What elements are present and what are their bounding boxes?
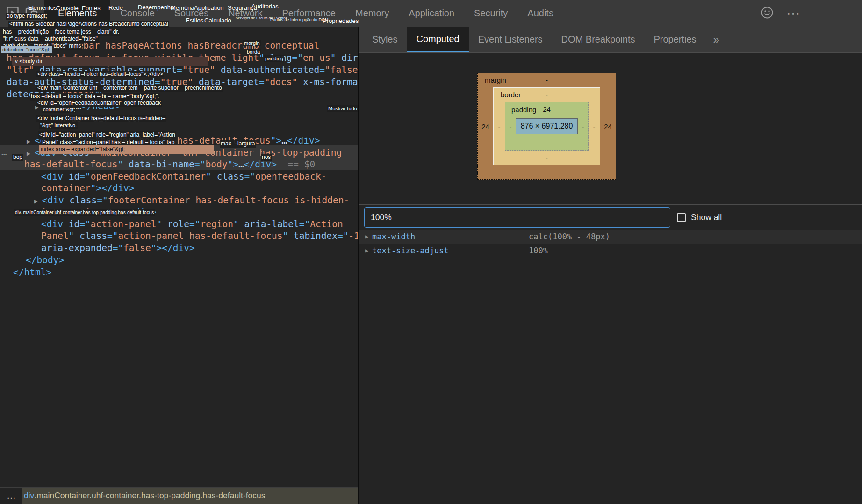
code-token-val: en-us (303, 52, 330, 63)
expand-arrow-icon[interactable]: ▶ (35, 103, 43, 111)
code-token-val: action-panel (91, 219, 157, 230)
code-token-tag: <div (42, 195, 70, 206)
inspect-element-icon[interactable] (6, 6, 19, 21)
code-token-punc: " (283, 230, 294, 241)
code-token-ell: … (281, 135, 287, 146)
code-token-tag: "> (227, 159, 238, 170)
sidebar-tab-properties[interactable]: Properties (644, 27, 705, 52)
dom-node[interactable]: <div id="action-panel" role="region" ari… (41, 218, 343, 230)
margin-right-value[interactable]: 24 (600, 122, 616, 130)
code-token-tag: <head> (43, 101, 76, 112)
box-model-padding[interactable]: padding 24 - - - 876 × 6971.280 (505, 102, 589, 151)
dom-node[interactable]: </body> (26, 254, 64, 266)
border-top-value[interactable]: - (546, 91, 548, 99)
dom-node[interactable]: </html> (13, 266, 51, 279)
margin-left-value[interactable]: 24 (478, 122, 493, 130)
sidebar-tab-computed[interactable]: Computed (407, 27, 468, 52)
sidebar-tabs: StylesComputedEvent ListenersDOM Breakpo… (359, 27, 862, 53)
more-options-icon[interactable]: ⋯ (786, 7, 800, 21)
code-token-punc: =" (299, 219, 310, 230)
dom-node[interactable]: aria-expanded="false"></div> (41, 242, 195, 254)
border-bottom-value[interactable]: - (546, 154, 548, 162)
margin-top-value[interactable]: - (546, 76, 548, 84)
expand-arrow-icon[interactable]: ▶ (27, 150, 35, 157)
dom-node[interactable]: Panel" class="action-panel has-default-f… (41, 230, 358, 242)
code-token-punc: " (206, 171, 216, 182)
dom-node[interactable]: interactive ">…</div> (41, 206, 157, 218)
computed-property-row[interactable]: ▶text-size-adjust100% (359, 244, 862, 258)
devtools-tab-network[interactable]: Network (218, 0, 272, 27)
code-token-val: "docs" (265, 77, 297, 87)
dom-node[interactable]: detection="none""> (7, 88, 105, 101)
code-token-val: -1 (348, 230, 358, 241)
devtools-tab-memory[interactable]: Memory (345, 0, 399, 27)
dom-node[interactable]: ▶ <head>…</head> (35, 101, 120, 113)
breadcrumb-tag: div (24, 491, 34, 501)
dom-node[interactable]: has-default-focus js-focus-visible theme… (7, 52, 358, 64)
code-token-attr: data-authenticated (215, 65, 319, 75)
code-token-attr: tabindex (294, 230, 338, 241)
code-token-meta: == $0 (277, 159, 315, 170)
expand-arrow-icon[interactable]: ▶ (27, 137, 35, 145)
sidebar-tabs-overflow-icon[interactable]: » (706, 27, 727, 52)
code-token-attr: lang (270, 52, 292, 63)
code-token-tag: "> (94, 89, 105, 100)
dom-node[interactable]: container"></div> (41, 182, 135, 194)
code-token-val: container (41, 183, 91, 194)
padding-top-value[interactable]: 24 (543, 105, 551, 113)
box-model-margin[interactable]: margin - 24 24 - border - - - - padding … (477, 73, 616, 180)
dom-tree[interactable]: … class="hasSidebar hasPageActions hasBr… (0, 27, 358, 487)
dom-node-selected[interactable]: has-default-focus" data-bi-name="body">…… (24, 158, 315, 171)
sidebar-tab-styles[interactable]: Styles (363, 27, 407, 52)
property-expand-arrow-icon[interactable]: ▶ (365, 233, 372, 240)
computed-property-row[interactable]: ▶max-widthcalc(100% - 48px) (359, 230, 862, 244)
dom-node-selected[interactable]: ▶ <div class="mainContainer uhf-containe… (27, 147, 342, 159)
property-expand-arrow-icon[interactable]: ▶ (365, 247, 372, 254)
code-token-meta: dir= (93, 113, 115, 124)
devtools-tab-audits[interactable]: Audits (517, 0, 563, 27)
dom-node[interactable]: class="hasSidebar hasPageActions hasBrea… (7, 40, 319, 52)
code-token-val: action-panel has-default-focus (118, 230, 282, 241)
code-token-punc: = (56, 89, 62, 100)
devtools-tab-performance[interactable]: Performance (273, 0, 346, 27)
box-model-content[interactable]: 876 × 6971.280 (516, 118, 578, 134)
breadcrumb-overflow-button[interactable]: … (0, 488, 22, 504)
device-toolbar-icon[interactable] (25, 6, 38, 21)
code-token-punc: = (155, 77, 160, 87)
box-model-border[interactable]: border - - - - padding 24 - - - 876 × 69… (493, 87, 600, 165)
code-token-attr: dir (341, 52, 358, 63)
dom-node[interactable]: n-us dir= ltr > (60, 113, 158, 125)
padding-left-value[interactable]: - (505, 122, 516, 130)
dom-node[interactable]: <div id="openFeedbackContainer" class="o… (41, 171, 327, 183)
margin-bottom-value[interactable]: - (546, 168, 548, 176)
padding-right-value[interactable]: - (578, 122, 588, 130)
feedback-smiley-icon[interactable] (760, 6, 774, 22)
section-divider (359, 204, 862, 205)
sidebar-tab-dom-breakpoints[interactable]: DOM Breakpoints (552, 27, 645, 52)
code-token-plain (142, 113, 153, 124)
code-token-val: has-default-focus js-focus-visible theme… (7, 52, 259, 63)
show-all-checkbox[interactable] (677, 213, 686, 222)
border-right-value[interactable]: - (589, 122, 600, 130)
devtools-tab-application[interactable]: Application (399, 0, 464, 27)
dom-node[interactable]: ▶ <div class="footerContainer has-defaul… (34, 194, 349, 207)
code-token-attr: data-bi-name (129, 159, 194, 170)
node-gutter-dots: … (1, 147, 7, 157)
sidebar-tab-event-listeners[interactable]: Event Listeners (469, 27, 552, 52)
dom-node[interactable]: "ltr" data-css-variable-support="true" d… (7, 64, 358, 76)
dom-node[interactable]: ▶ <div class="header-holder has-default-… (27, 135, 320, 147)
padding-bottom-value[interactable]: - (546, 139, 548, 147)
devtools-tab-security[interactable]: Security (464, 0, 517, 27)
show-all-control: Show all (677, 207, 722, 228)
devtools-tab-console[interactable]: Console (110, 0, 164, 27)
computed-filter-input[interactable] (364, 207, 670, 228)
dom-node[interactable]: data-auth-status-determined="true" data-… (7, 76, 358, 88)
devtools-tab-sources[interactable]: Sources (165, 0, 218, 27)
expand-arrow-icon[interactable]: ▶ (34, 197, 42, 205)
breadcrumb-item-selected[interactable]: div.mainContainer.uhf-container.has-top-… (22, 488, 358, 504)
code-token-val: "none" (61, 89, 94, 100)
code-token-attr: id (69, 171, 79, 182)
border-left-value[interactable]: - (494, 122, 505, 130)
devtools-tab-elements[interactable]: Elements (44, 0, 110, 27)
code-token-attr: class (70, 195, 97, 206)
